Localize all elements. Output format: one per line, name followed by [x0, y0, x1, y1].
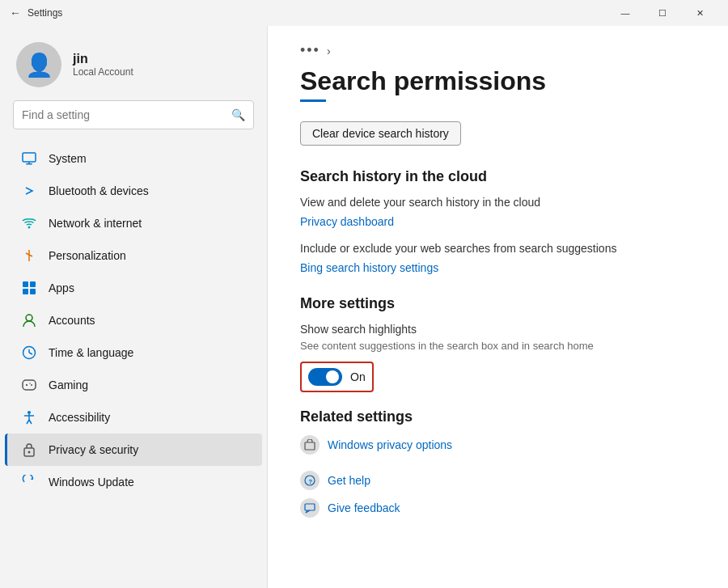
sidebar-item-bluetooth[interactable]: Bluetooth & devices [5, 175, 262, 207]
sidebar-item-network[interactable]: Network & internet [5, 207, 262, 239]
svg-rect-14 [23, 380, 36, 390]
page-title-underline [300, 99, 326, 102]
svg-rect-8 [23, 289, 28, 294]
system-icon [21, 150, 37, 167]
title-bar: ← Settings — ☐ ✕ [0, 0, 728, 26]
svg-point-17 [31, 384, 32, 386]
svg-text:?: ? [308, 478, 312, 485]
sidebar-item-accessibility[interactable]: Accessibility [5, 401, 262, 434]
windows-privacy-icon [300, 435, 320, 455]
windows-privacy-link[interactable]: Windows privacy options [328, 438, 452, 451]
sidebar: 👤 jin Local Account 🔍 [0, 26, 267, 588]
close-button[interactable]: ✕ [681, 0, 718, 26]
cloud-section: Search history in the cloud View and del… [300, 168, 696, 286]
accounts-label: Accounts [49, 314, 95, 327]
sidebar-item-privacy[interactable]: Privacy & security [5, 434, 262, 466]
svg-rect-1 [26, 163, 32, 165]
help-section: ? Get help Give feedback [300, 471, 696, 518]
svg-rect-26 [305, 442, 315, 450]
give-feedback-link[interactable]: Give feedback [328, 501, 400, 514]
user-avatar-icon: 👤 [25, 52, 53, 78]
toggle-state-label: On [350, 370, 366, 383]
more-settings-title: More settings [300, 295, 696, 312]
time-icon [21, 345, 37, 361]
svg-point-10 [26, 315, 32, 321]
update-label: Windows Update [49, 476, 134, 489]
give-feedback-row: Give feedback [300, 498, 696, 518]
svg-point-18 [29, 383, 30, 383]
content-area: ••• › Search permissions Clear device se… [267, 26, 728, 588]
svg-rect-29 [305, 504, 315, 510]
search-highlights-toggle[interactable] [308, 368, 342, 386]
user-name: jin [73, 52, 133, 66]
avatar: 👤 [16, 42, 61, 87]
network-label: Network & internet [49, 217, 142, 230]
cloud-section-title: Search history in the cloud [300, 168, 696, 185]
window-controls: — ☐ ✕ [607, 0, 718, 26]
time-label: Time & language [49, 346, 133, 359]
user-profile[interactable]: 👤 jin Local Account [0, 26, 267, 100]
sidebar-item-system[interactable]: System [5, 142, 262, 175]
toggle-description: See content suggestions in the search bo… [300, 339, 696, 353]
user-info: jin Local Account [73, 52, 133, 78]
toggle-knob [326, 370, 339, 383]
personalization-icon [21, 247, 37, 264]
toggle-title: Show search highlights [300, 322, 696, 338]
maximize-button[interactable]: ☐ [644, 0, 681, 26]
search-box[interactable]: 🔍 [13, 100, 254, 129]
sidebar-item-apps[interactable]: Apps [5, 272, 262, 304]
more-settings-section: More settings Show search highlights See… [300, 295, 696, 393]
nav-list: System Bluetooth & devices [0, 142, 267, 498]
get-help-icon: ? [300, 471, 320, 490]
related-settings-title: Related settings [300, 408, 696, 425]
clear-history-button[interactable]: Clear device search history [300, 121, 461, 146]
apps-label: Apps [49, 281, 74, 294]
sidebar-item-update[interactable]: Windows Update [5, 466, 262, 498]
svg-point-19 [28, 411, 31, 414]
back-icon[interactable]: ← [10, 6, 21, 19]
privacy-dashboard-link[interactable]: Privacy dashboard [300, 215, 394, 228]
sidebar-item-time[interactable]: Time & language [5, 336, 262, 369]
sidebar-item-gaming[interactable]: Gaming [5, 369, 262, 401]
sidebar-item-personalization[interactable]: Personalization [5, 239, 262, 272]
svg-rect-9 [30, 289, 36, 294]
svg-line-23 [29, 420, 32, 424]
network-icon [21, 215, 37, 231]
title-bar-left: ← Settings [10, 6, 607, 19]
get-help-link[interactable]: Get help [328, 474, 370, 487]
app-body: 👤 jin Local Account 🔍 [0, 26, 728, 588]
svg-rect-0 [23, 153, 36, 162]
svg-point-25 [28, 451, 31, 454]
privacy-icon [21, 442, 37, 458]
related-settings-section: Related settings Windows privacy options [300, 408, 696, 455]
bluetooth-icon [21, 183, 37, 199]
search-input[interactable] [22, 108, 225, 121]
breadcrumb: ••• › [300, 42, 696, 59]
personalization-label: Personalization [49, 249, 126, 262]
search-highlights-toggle-row[interactable]: On [300, 362, 374, 392]
accessibility-icon [21, 409, 37, 425]
system-label: System [49, 152, 87, 165]
accessibility-label: Accessibility [49, 411, 110, 424]
get-help-row: ? Get help [300, 471, 696, 490]
apps-icon [21, 280, 37, 296]
svg-rect-7 [30, 281, 36, 287]
bing-settings-link[interactable]: Bing search history settings [300, 261, 438, 274]
gaming-icon [21, 377, 37, 393]
svg-point-3 [28, 226, 31, 229]
gaming-label: Gaming [49, 379, 88, 391]
cloud-desc-1: View and delete your search history in t… [300, 195, 696, 211]
breadcrumb-dots[interactable]: ••• [300, 42, 320, 59]
search-container: 🔍 [0, 100, 267, 142]
update-icon [21, 474, 37, 490]
search-icon: 🔍 [231, 108, 245, 121]
breadcrumb-chevron: › [327, 44, 331, 57]
sidebar-item-accounts[interactable]: Accounts [5, 304, 262, 336]
window-title: Settings [28, 7, 62, 19]
windows-privacy-row: Windows privacy options [300, 435, 696, 455]
user-account-type: Local Account [73, 66, 133, 78]
svg-line-22 [27, 420, 29, 424]
accounts-icon [21, 312, 37, 328]
minimize-button[interactable]: — [607, 0, 644, 26]
privacy-label: Privacy & security [49, 443, 138, 456]
